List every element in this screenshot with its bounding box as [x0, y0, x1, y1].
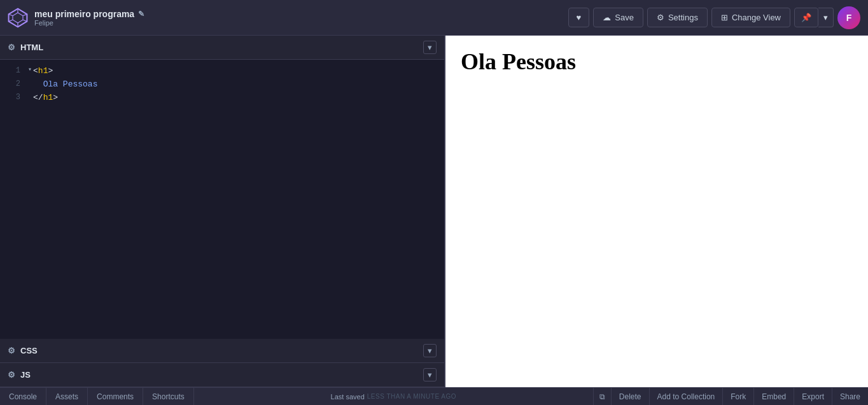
svg-marker-1 [13, 13, 23, 23]
cloud-icon: ☁ [603, 13, 611, 22]
add-to-collection-label: Add to Collection [657, 392, 715, 401]
css-panel-collapse-button[interactable]: ▾ [423, 344, 437, 357]
line-content-1: <h1> [33, 65, 53, 78]
html-chevron-icon: ▾ [428, 43, 432, 52]
share-label: Share [840, 392, 860, 401]
assets-tab[interactable]: Assets [46, 388, 88, 406]
console-tab-label: Console [9, 392, 37, 401]
embed-button[interactable]: Embed [753, 388, 794, 406]
assets-tab-label: Assets [55, 392, 78, 401]
preview-panel: Ola Pessoas [445, 36, 868, 387]
shortcuts-tab[interactable]: Shortcuts [143, 388, 194, 406]
js-panel-label: JS [20, 370, 31, 380]
codepen-logo-icon [8, 8, 28, 28]
saved-text: Last saved [331, 393, 365, 401]
heart-icon: ♥ [577, 13, 582, 22]
header-logo: meu primeiro programa ✎ Felipe [8, 8, 144, 28]
preview-content: Ola Pessoas [445, 36, 868, 88]
project-name: meu primeiro programa ✎ [34, 9, 144, 19]
header-title-block: meu primeiro programa ✎ Felipe [34, 9, 144, 27]
header-actions: ♥ ☁ Save ⚙ Settings ⊞ Change View 📌 ▾ F [568, 6, 860, 29]
export-button[interactable]: Export [794, 388, 832, 406]
saved-time-text: LESS THAN A MINUTE ago [367, 393, 456, 400]
embed-label: Embed [762, 392, 786, 401]
js-panel-collapse-button[interactable]: ▾ [423, 368, 437, 381]
line-number-2: 2 [5, 78, 20, 90]
html-panel-title: ⚙ HTML [8, 43, 43, 52]
delete-label: Delete [619, 392, 641, 401]
html-panel-collapse-button[interactable]: ▾ [423, 41, 437, 54]
line-number-3: 3 [5, 92, 20, 104]
editor-panel: ⚙ HTML ▾ 1 ▾ <h1> 2 ▾ Ola Pessoas 3 ▾ [0, 36, 445, 387]
settings-label: Settings [668, 13, 698, 22]
pin-icon: 📌 [801, 13, 811, 22]
js-panel-title: ⚙ JS [8, 370, 31, 380]
comments-tab[interactable]: Comments [88, 388, 143, 406]
share-button[interactable]: Share [832, 388, 868, 406]
chevron-down-icon: ▾ [823, 13, 828, 22]
heart-button[interactable]: ♥ [568, 8, 590, 27]
change-view-button[interactable]: ⊞ Change View [711, 8, 790, 27]
main-content: ⚙ HTML ▾ 1 ▾ <h1> 2 ▾ Ola Pessoas 3 ▾ [0, 36, 868, 387]
comments-tab-label: Comments [97, 392, 134, 401]
statusbar: Console Assets Comments Shortcuts Last s… [0, 387, 868, 405]
fork-label: Fork [731, 392, 746, 401]
preview-heading: Ola Pessoas [461, 48, 853, 75]
js-panel-header: ⚙ JS ▾ [0, 363, 444, 387]
code-line-2: 2 ▾ Ola Pessoas [0, 78, 444, 92]
html-gear-icon[interactable]: ⚙ [8, 43, 15, 52]
dropdown-button[interactable]: ▾ [818, 8, 834, 27]
edit-project-name-icon[interactable]: ✎ [138, 10, 144, 18]
username-text: Felipe [34, 19, 144, 27]
code-line-3: 3 ▾ </h1> [0, 92, 444, 105]
export-label: Export [802, 392, 824, 401]
line-content-3: </h1> [33, 92, 58, 105]
statusbar-center: Last saved LESS THAN A MINUTE ago [331, 393, 457, 401]
css-chevron-icon: ▾ [428, 346, 432, 355]
shortcuts-tab-label: Shortcuts [152, 392, 185, 401]
delete-button[interactable]: Delete [611, 388, 649, 406]
code-line-1: 1 ▾ <h1> [0, 65, 444, 78]
project-name-text: meu primeiro programa [34, 9, 134, 19]
settings-button[interactable]: ⚙ Settings [647, 8, 708, 27]
open-in-new-button[interactable]: ⧉ [593, 388, 611, 406]
change-view-icon: ⊞ [721, 13, 728, 22]
add-to-collection-button[interactable]: Add to Collection [649, 388, 723, 406]
save-button[interactable]: ☁ Save [593, 8, 643, 27]
fold-arrow-1[interactable]: ▾ [28, 65, 32, 75]
header: meu primeiro programa ✎ Felipe ♥ ☁ Save … [0, 0, 868, 36]
line-number-1: 1 [5, 65, 20, 77]
css-panel-header: ⚙ CSS ▾ [0, 339, 444, 363]
css-gear-icon[interactable]: ⚙ [8, 346, 15, 355]
settings-gear-icon: ⚙ [657, 13, 664, 22]
fork-button[interactable]: Fork [722, 388, 753, 406]
line-content-2: Ola Pessoas [33, 78, 97, 92]
css-panel-label: CSS [20, 346, 38, 355]
avatar-initials: F [846, 13, 852, 23]
html-code-editor[interactable]: 1 ▾ <h1> 2 ▾ Ola Pessoas 3 ▾ </h1> [0, 60, 444, 339]
js-gear-icon[interactable]: ⚙ [8, 370, 15, 380]
avatar[interactable]: F [837, 6, 860, 29]
open-in-new-icon: ⧉ [599, 392, 605, 401]
statusbar-right: ⧉ Delete Add to Collection Fork Embed Ex… [593, 388, 868, 406]
pin-button[interactable]: 📌 [794, 8, 818, 27]
html-panel-label: HTML [20, 43, 43, 52]
save-label: Save [615, 13, 634, 22]
change-view-label: Change View [732, 13, 781, 22]
js-chevron-icon: ▾ [428, 370, 432, 380]
console-tab[interactable]: Console [0, 388, 46, 406]
css-panel-title: ⚙ CSS [8, 346, 38, 355]
html-panel-header: ⚙ HTML ▾ [0, 36, 444, 60]
statusbar-left: Console Assets Comments Shortcuts [0, 388, 194, 406]
